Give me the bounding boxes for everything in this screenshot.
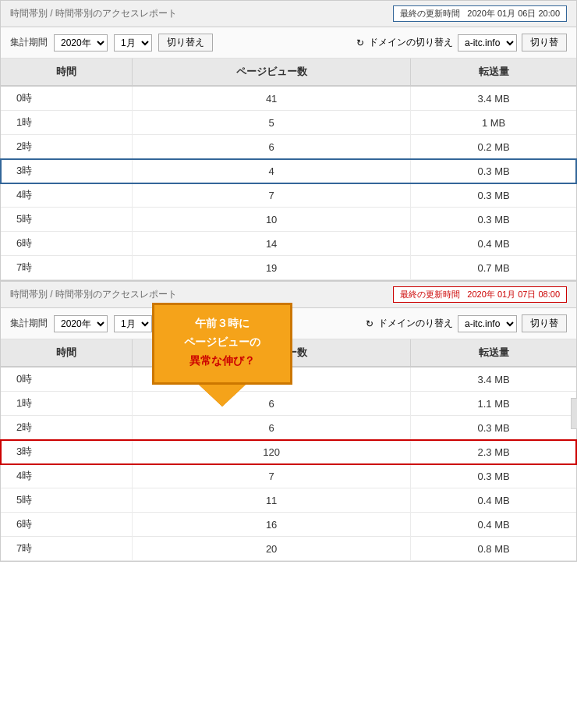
cell-transfer: 0.4 MB — [411, 488, 576, 513]
domain-button-2[interactable]: 切り替 — [522, 314, 567, 332]
cell-transfer: 3.4 MB — [411, 367, 576, 392]
cell-pv: 4 — [133, 159, 411, 183]
cell-hour: 6時 — [1, 513, 133, 537]
cell-transfer: 1 MB — [411, 111, 576, 135]
cell-transfer: 0.4 MB — [411, 232, 576, 256]
cell-transfer: 3.4 MB — [411, 86, 576, 111]
panel-1-header: 時間帯別 / 時間帯別のアクセスレポート 最終の更新時間 2020年 01月 0… — [1, 1, 576, 27]
period-label-2: 集計期間 — [10, 317, 48, 330]
callout-body: 午前３時に ページビューの 異常な伸び？ — [152, 303, 292, 385]
cell-hour: 1時 — [1, 392, 133, 416]
table-row: 3時 4 0.3 MB — [1, 159, 576, 183]
domain-switcher-2: ↻ ドメインのり替え a-itc.info 切り替 — [366, 314, 567, 332]
cell-transfer: 2.3 MB — [411, 440, 576, 464]
breadcrumb-section-2: 時間帯別 — [10, 289, 48, 300]
year-select-2[interactable]: 2020年 — [54, 315, 108, 332]
cell-pv: 7 — [133, 464, 411, 488]
domain-switcher-1: ↻ ドメインの切り替え a-itc.info 切り替 — [356, 34, 567, 51]
breadcrumb-page-2: 時間帯別のアクセスレポート — [55, 289, 177, 300]
breadcrumb-2: 時間帯別 / 時間帯別のアクセスレポート — [10, 288, 177, 301]
col-header-transfer-1: 転送量 — [411, 59, 576, 86]
last-update-box-2: 最終の更新時間 2020年 01月 07日 08:00 — [393, 286, 567, 303]
cell-hour: 4時 — [1, 183, 133, 208]
cell-pv: 10 — [133, 208, 411, 232]
last-update-label-1: 最終の更新時間 — [400, 9, 460, 18]
table-row: 1時 5 1 MB — [1, 111, 576, 135]
cell-hour: 5時 — [1, 208, 133, 232]
cell-transfer: 0.7 MB — [411, 256, 576, 280]
toolbar-1: 集計期間 2020年 1月 切り替え ↻ ドメインの切り替え a-itc.inf… — [1, 27, 576, 59]
table-row: 7時 19 0.7 MB — [1, 256, 576, 280]
table-row: 7時 20 0.8 MB — [1, 537, 576, 561]
table-1-header-row: 時間 ページビュー数 転送量 — [1, 59, 576, 86]
cell-transfer: 0.3 MB — [411, 208, 576, 232]
refresh-icon-2: ↻ — [366, 318, 373, 329]
cell-hour: 4時 — [1, 464, 133, 488]
domain-label-1: ドメインの切り替え — [369, 36, 453, 49]
cell-transfer: 0.3 MB — [411, 183, 576, 208]
period-label-1: 集計期間 — [10, 36, 48, 49]
domain-label-2: ドメインのり替え — [378, 317, 453, 330]
breadcrumb-page: 時間帯別のアクセスレポート — [55, 8, 177, 19]
table-row: 6時 16 0.4 MB — [1, 513, 576, 537]
cell-pv: 11 — [133, 488, 411, 513]
last-update-value-2: 2020年 01月 07日 08:00 — [467, 289, 560, 299]
cell-hour: 3時 — [1, 159, 133, 183]
cell-hour: 7時 — [1, 256, 133, 280]
cell-pv: 6 — [133, 135, 411, 159]
breadcrumb-separator: / — [50, 8, 52, 19]
callout-arrow-icon — [199, 385, 246, 407]
table-row: 3時 120 2.3 MB — [1, 440, 576, 464]
cell-pv: 120 — [133, 440, 411, 464]
cell-hour: 6時 — [1, 232, 133, 256]
table-row: 2時 6 0.3 MB — [1, 416, 576, 440]
last-update-box-1: 最終の更新時間 2020年 01月 06日 20:00 — [393, 5, 567, 22]
table-row: 5時 10 0.3 MB — [1, 208, 576, 232]
breadcrumb-separator-2: / — [50, 289, 52, 300]
cell-transfer: 0.8 MB — [411, 537, 576, 561]
panel-2-wrapper: 午前３時に ページビューの 異常な伸び？ 時間帯別 / 時間帯別のアクセスレポー… — [0, 281, 577, 562]
table-row: 2時 6 0.2 MB — [1, 135, 576, 159]
table-1: 時間 ページビュー数 転送量 0時 41 3.4 MB 1時 5 1 MB 2時… — [1, 59, 576, 280]
col-header-hour-2: 時間 — [1, 339, 133, 367]
cell-hour: 3時 — [1, 440, 133, 464]
table-row: 0時 41 3.4 MB — [1, 86, 576, 111]
cell-pv: 14 — [133, 232, 411, 256]
cell-transfer: 0.3 MB — [411, 159, 576, 183]
cell-pv: 19 — [133, 256, 411, 280]
cell-pv: 7 — [133, 183, 411, 208]
table-row: 4時 7 0.3 MB — [1, 183, 576, 208]
domain-select-2[interactable]: a-itc.info — [458, 315, 517, 332]
domain-button-1[interactable]: 切り替 — [522, 34, 567, 51]
cell-hour: 5時 — [1, 488, 133, 513]
cell-transfer: 0.3 MB — [411, 416, 576, 440]
domain-select-1[interactable]: a-itc.info — [458, 34, 517, 51]
cell-hour: 2時 — [1, 416, 133, 440]
breadcrumb-section: 時間帯別 — [10, 8, 48, 19]
last-update-label-2: 最終の更新時間 — [400, 289, 460, 299]
cell-pv: 16 — [133, 513, 411, 537]
panel-1: 時間帯別 / 時間帯別のアクセスレポート 最終の更新時間 2020年 01月 0… — [0, 0, 577, 281]
cell-transfer: 1.1 MB — [411, 392, 576, 416]
switch-button-1[interactable]: 切り替え — [158, 34, 213, 51]
table-row: 6時 14 0.4 MB — [1, 232, 576, 256]
cell-transfer: 0.4 MB — [411, 513, 576, 537]
cell-pv: 5 — [133, 111, 411, 135]
callout-line1: 午前３時に — [165, 314, 279, 333]
cell-transfer: 0.3 MB — [411, 464, 576, 488]
month-select-1[interactable]: 1月 — [114, 34, 152, 51]
callout-wrapper: 午前３時に ページビューの 異常な伸び？ — [152, 303, 292, 407]
scrollbar-stub[interactable] — [571, 398, 577, 429]
col-header-hour-1: 時間 — [1, 59, 133, 86]
callout-line2: ページビューの — [165, 333, 279, 352]
col-header-transfer-2: 転送量 — [411, 339, 576, 367]
table-row: 5時 11 0.4 MB — [1, 488, 576, 513]
callout-line3: 異常な伸び？ — [165, 352, 279, 371]
cell-hour: 0時 — [1, 86, 133, 111]
cell-pv: 6 — [133, 416, 411, 440]
cell-hour: 1時 — [1, 111, 133, 135]
year-select-1[interactable]: 2020年 — [54, 34, 108, 51]
month-select-2[interactable]: 1月 — [114, 315, 152, 332]
cell-pv: 41 — [133, 86, 411, 111]
table-row: 4時 7 0.3 MB — [1, 464, 576, 488]
